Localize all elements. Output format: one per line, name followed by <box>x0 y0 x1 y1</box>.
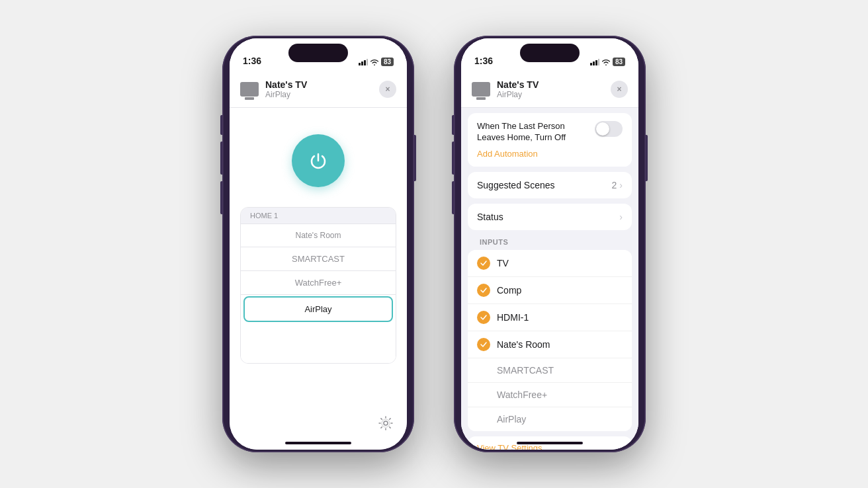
tv-icon-1 <box>240 82 259 97</box>
suggested-badge: 2 › <box>612 180 623 190</box>
svg-rect-9 <box>593 61 595 65</box>
input-room-label: Nate's Room <box>241 224 396 247</box>
suggested-row[interactable]: Suggested Scenes 2 › <box>468 172 632 198</box>
svg-rect-1 <box>361 61 363 65</box>
input-hdmi-label: HDMI-1 <box>497 312 529 323</box>
mute-button[interactable] <box>220 115 222 135</box>
close-button-2[interactable]: × <box>611 81 628 98</box>
check-comp-icon <box>480 286 488 294</box>
wifi-icon-2 <box>601 59 611 65</box>
home-bar-1 <box>285 442 351 444</box>
svg-rect-0 <box>359 63 361 65</box>
input-list-1: HOME 1 Nate's Room SMARTCAST WatchFree+ … <box>240 207 396 364</box>
device-sub-2: AirPlay <box>497 90 604 99</box>
input-tv-label: TV <box>497 258 509 268</box>
status-icons-2: 83 <box>590 58 625 66</box>
input-smartcast[interactable]: SMARTCAST <box>241 247 396 271</box>
check-hdmi-icon <box>480 313 488 321</box>
inputs-section-header: INPUTS <box>461 230 638 250</box>
battery-label-2: 83 <box>613 58 625 66</box>
header-title-1: Nate's TV AirPlay <box>265 79 372 99</box>
input-watchfree-label: WatchFree+ <box>477 389 547 400</box>
svg-rect-2 <box>364 60 366 65</box>
suggested-label: Suggested Scenes <box>477 180 555 190</box>
input-comp-row[interactable]: Comp <box>468 277 632 304</box>
device-name-2: Nate's TV <box>497 79 604 90</box>
power-side-button-2[interactable] <box>646 135 648 181</box>
svg-rect-5 <box>247 93 251 94</box>
power-area <box>230 108 407 207</box>
automation-toggle[interactable] <box>595 121 623 137</box>
status-time-1: 1:36 <box>243 56 261 66</box>
status-card: Status › <box>468 204 632 230</box>
power-button[interactable] <box>292 134 345 187</box>
inputs-card: TV Comp <box>468 250 632 431</box>
signal-icon-2 <box>590 59 599 65</box>
settings-gear-icon[interactable] <box>378 415 394 431</box>
volume-down-button-2[interactable] <box>452 181 454 214</box>
automation-text: When The Last Person Leaves Home, Turn O… <box>477 121 588 143</box>
svg-rect-8 <box>590 63 592 65</box>
input-tv-row[interactable]: TV <box>468 250 632 277</box>
status-row[interactable]: Status › <box>468 204 632 230</box>
status-label: Status <box>477 212 503 222</box>
wifi-icon <box>370 59 379 65</box>
app-header-1: Nate's TV AirPlay × <box>230 71 407 108</box>
input-smartcast-row[interactable]: SMARTCAST <box>468 358 632 383</box>
tv-svg-1 <box>243 85 255 94</box>
svg-rect-11 <box>598 59 599 65</box>
gear-area <box>378 415 394 434</box>
app-header-2: Nate's TV AirPlay × <box>461 71 638 108</box>
input-section-label: HOME 1 <box>241 208 396 224</box>
input-hdmi-row[interactable]: HDMI-1 <box>468 304 632 331</box>
input-watchfree-row[interactable]: WatchFree+ <box>468 383 632 407</box>
svg-rect-13 <box>479 93 483 94</box>
check-natesroom-icon <box>480 341 488 348</box>
power-side-button[interactable] <box>414 135 416 181</box>
status-chevron: › <box>619 212 623 222</box>
phone-2: 1:36 83 <box>454 36 646 452</box>
input-airplay2-label: AirPlay <box>477 414 526 425</box>
inputs-label: INPUTS <box>470 233 517 249</box>
mute-button-2[interactable] <box>452 115 454 135</box>
svg-rect-4 <box>244 85 255 93</box>
dynamic-island-2 <box>520 44 580 62</box>
home-bar-2 <box>517 442 583 444</box>
add-automation-button[interactable]: Add Automation <box>468 146 632 167</box>
device-sub-1: AirPlay <box>265 90 372 99</box>
check-comp <box>477 284 490 297</box>
status-icons-1: 83 <box>359 58 394 66</box>
input-smartcast-label: SMARTCAST <box>477 365 554 376</box>
dynamic-island-1 <box>288 44 348 62</box>
svg-rect-10 <box>595 60 597 65</box>
check-hdmi <box>477 311 490 324</box>
input-watchfree[interactable]: WatchFree+ <box>241 271 396 295</box>
status-time-2: 1:36 <box>474 56 493 66</box>
input-natesroom-row[interactable]: Nate's Room <box>468 331 632 358</box>
input-natesroom-label: Nate's Room <box>497 339 550 350</box>
spacer-1 <box>241 323 396 363</box>
signal-icon <box>359 59 368 65</box>
input-airplay[interactable]: AirPlay <box>243 296 393 322</box>
volume-up-button-2[interactable] <box>452 142 454 175</box>
volume-down-button[interactable] <box>220 181 222 214</box>
input-airplay2-row[interactable]: AirPlay <box>468 407 632 431</box>
power-icon <box>306 149 330 173</box>
suggested-count: 2 <box>612 180 617 190</box>
device-name-1: Nate's TV <box>265 79 372 90</box>
svg-rect-3 <box>367 59 368 65</box>
automation-card: When The Last Person Leaves Home, Turn O… <box>468 113 632 167</box>
check-natesroom <box>477 338 490 351</box>
screen-2: 1:36 83 <box>461 38 638 450</box>
tv-icon-2 <box>472 82 490 97</box>
battery-label-1: 83 <box>381 58 394 66</box>
svg-point-7 <box>382 419 390 427</box>
header-title-2: Nate's TV AirPlay <box>497 79 604 99</box>
svg-point-6 <box>384 421 388 425</box>
close-button-1[interactable]: × <box>379 81 396 98</box>
screen-1: 1:36 83 <box>230 38 407 450</box>
settings-scroll[interactable]: When The Last Person Leaves Home, Turn O… <box>461 108 638 450</box>
volume-up-button[interactable] <box>220 142 222 175</box>
svg-rect-12 <box>476 85 486 93</box>
phone-1: 1:36 83 <box>222 36 414 452</box>
